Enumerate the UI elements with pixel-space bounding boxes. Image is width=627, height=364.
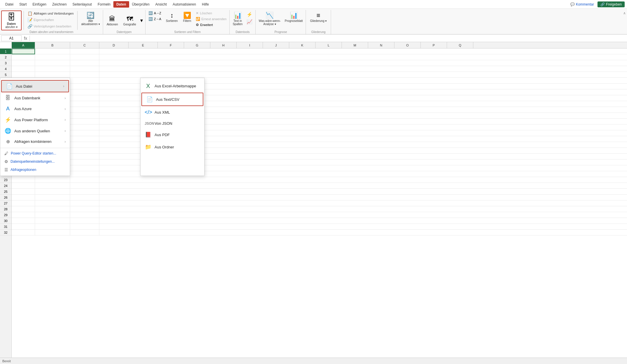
- cell-A5[interactable]: [12, 72, 35, 78]
- menu-einfuegen[interactable]: Einfügen: [30, 1, 49, 8]
- cell-C26[interactable]: [70, 195, 99, 200]
- col-header-A[interactable]: A: [12, 42, 35, 48]
- menu-formeln[interactable]: Formeln: [95, 1, 113, 8]
- cell-C29[interactable]: [70, 212, 99, 218]
- cell-B4[interactable]: [35, 66, 70, 72]
- dropdown-aus-excel[interactable]: X Aus Excel-Arbeitsmappe: [141, 80, 204, 92]
- menu-seitenlayout[interactable]: Seitenlayout: [70, 1, 95, 8]
- menu-zeichnen[interactable]: Zeichnen: [49, 1, 70, 8]
- loeschen-button[interactable]: ✕Löschen: [194, 11, 228, 16]
- cell-A32[interactable]: [12, 230, 35, 235]
- cell-B32[interactable]: [35, 230, 70, 235]
- col-header-C[interactable]: C: [70, 42, 99, 48]
- cell-A4[interactable]: [12, 66, 35, 72]
- cell-C30[interactable]: [70, 218, 99, 224]
- dropdown-aus-datenbank[interactable]: 🗄 Aus Datenbank ›: [0, 93, 70, 103]
- cell-A1[interactable]: [12, 48, 35, 54]
- menu-ansicht[interactable]: Ansicht: [153, 1, 170, 8]
- cell-B23[interactable]: [35, 177, 70, 183]
- cell-C32[interactable]: [70, 230, 99, 235]
- cell-C2[interactable]: [70, 54, 99, 60]
- cell-A24[interactable]: [12, 183, 35, 189]
- cell-A3[interactable]: [12, 60, 35, 66]
- row-header-5[interactable]: 5: [0, 72, 11, 78]
- menu-datei[interactable]: Datei: [2, 1, 16, 8]
- sortieren-button[interactable]: ↕ Sortieren: [164, 11, 180, 24]
- row-header-25[interactable]: 25: [0, 189, 11, 195]
- cell-C1[interactable]: [70, 48, 99, 54]
- erneut-anwenden-button[interactable]: 🔁Erneut anwenden: [194, 16, 228, 22]
- row-header-4[interactable]: 4: [0, 66, 11, 72]
- ribbon-collapse[interactable]: ∧: [622, 10, 627, 34]
- col-header-D[interactable]: D: [99, 42, 129, 48]
- cell-A23[interactable]: [12, 177, 35, 183]
- name-box[interactable]: [1, 35, 22, 41]
- cell-B5[interactable]: [35, 72, 70, 78]
- cell-A29[interactable]: [12, 212, 35, 218]
- col-header-N[interactable]: N: [368, 42, 394, 48]
- col-header-K[interactable]: K: [289, 42, 316, 48]
- dropdown-aus-ordner[interactable]: 📁 Aus Ordner: [141, 141, 204, 153]
- row-header-3[interactable]: 3: [0, 60, 11, 66]
- col-header-J[interactable]: J: [263, 42, 289, 48]
- row-header-1[interactable]: 1: [0, 48, 11, 54]
- formula-input[interactable]: [31, 36, 626, 41]
- dropdown-aus-anderen-quellen[interactable]: 🌐 Aus anderen Quellen ›: [0, 125, 70, 136]
- sortieren-az-button[interactable]: 🔤A→Z: [147, 11, 163, 16]
- cell-B24[interactable]: [35, 183, 70, 189]
- cell-C25[interactable]: [70, 189, 99, 195]
- eigenschaften-button[interactable]: 📝 Eigenschaften: [26, 17, 75, 23]
- cell-C23[interactable]: [70, 177, 99, 183]
- dropdown-aus-datei[interactable]: 📄 Aus Datei ›: [1, 80, 69, 92]
- verknuepfungen-button[interactable]: 🔗 Verknüpfungen bearbeiten: [26, 23, 75, 29]
- kommentar-button[interactable]: 💬 Kommentar: [570, 2, 594, 6]
- cell-C24[interactable]: [70, 183, 99, 189]
- daten-abrufen-button[interactable]: 🗄 Daten abrufen ▾: [1, 11, 22, 30]
- col-header-I[interactable]: I: [237, 42, 263, 48]
- row-header-28[interactable]: 28: [0, 206, 11, 212]
- col-header-L[interactable]: L: [316, 42, 342, 48]
- row-header-31[interactable]: 31: [0, 224, 11, 230]
- filtern-button[interactable]: 🔽 Filtern: [181, 11, 193, 24]
- row-header-27[interactable]: 27: [0, 200, 11, 206]
- cell-C4[interactable]: [70, 66, 99, 72]
- col-header-M[interactable]: M: [342, 42, 368, 48]
- datenquellen-link[interactable]: ⚙ Datenquelleneinstellungen...: [0, 157, 70, 166]
- cell-A28[interactable]: [12, 206, 35, 212]
- cell-A31[interactable]: [12, 224, 35, 230]
- power-query-link[interactable]: 🖊 Power Query-Editor starten...: [0, 149, 70, 157]
- cell-C5[interactable]: [70, 72, 99, 78]
- was-waere-wenn-button[interactable]: 📉 Was-wäre-wenn-Analyse ▾: [257, 11, 282, 27]
- cell-A26[interactable]: [12, 195, 35, 200]
- menu-automatisieren[interactable]: Automatisieren: [170, 1, 199, 8]
- cell-B29[interactable]: [35, 212, 70, 218]
- col-header-H[interactable]: H: [210, 42, 237, 48]
- cell-C31[interactable]: [70, 224, 99, 230]
- abfrageoptionen-link[interactable]: ☰ Abfrageoptionen: [0, 166, 70, 174]
- row-header-30[interactable]: 30: [0, 218, 11, 224]
- col-header-O[interactable]: O: [394, 42, 421, 48]
- dropdown-aus-power-platform[interactable]: ⚡ Aus Power Platform ›: [0, 114, 70, 125]
- row-header-2[interactable]: 2: [0, 54, 11, 60]
- datentools-btn1[interactable]: ⚡: [245, 11, 254, 18]
- dropdown-von-json[interactable]: JSON Von JSON: [141, 118, 204, 129]
- row-header-29[interactable]: 29: [0, 212, 11, 218]
- col-header-Q[interactable]: Q: [447, 42, 473, 48]
- abfragen-button[interactable]: 📋 Abfragen und Verbindungen: [26, 11, 75, 16]
- menu-daten[interactable]: Daten: [113, 1, 129, 8]
- datentools-btn2[interactable]: 📈: [245, 18, 254, 25]
- cell-B27[interactable]: [35, 200, 70, 206]
- cell-B31[interactable]: [35, 224, 70, 230]
- cell-A25[interactable]: [12, 189, 35, 195]
- cell-B1[interactable]: [35, 48, 70, 54]
- dropdown-aus-azure[interactable]: A Aus Azure ›: [0, 103, 70, 114]
- text-spalten-button[interactable]: 📊 Text inSpalten: [231, 11, 244, 27]
- gliederung-button[interactable]: ≡ Gliederung ▾: [307, 11, 330, 24]
- cell-B3[interactable]: [35, 60, 70, 66]
- cell-B2[interactable]: [35, 54, 70, 60]
- col-header-P[interactable]: P: [421, 42, 447, 48]
- cell-A2[interactable]: [12, 54, 35, 60]
- row-header-23[interactable]: 23: [0, 177, 11, 183]
- row-header-24[interactable]: 24: [0, 183, 11, 189]
- cell-B26[interactable]: [35, 195, 70, 200]
